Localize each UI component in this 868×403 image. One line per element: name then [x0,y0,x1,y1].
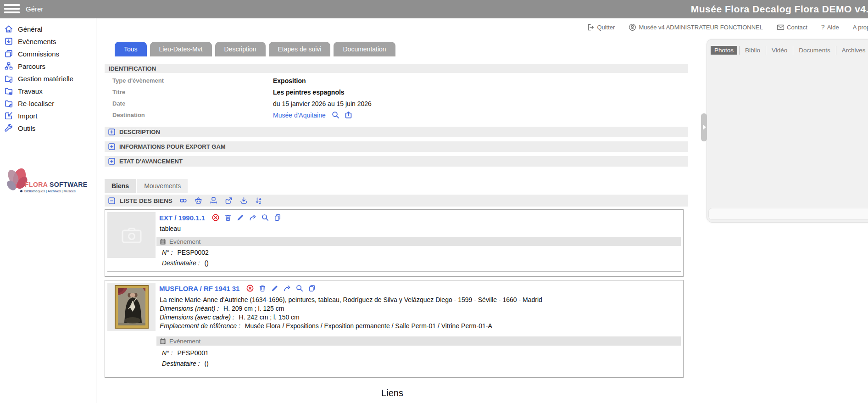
detail-value: H. 209 cm ; l. 125 cm [223,305,284,312]
tab-photos[interactable]: Photos [711,46,737,55]
record-tabs: Tous Lieu-Dates-Mvt Description Etapes d… [115,42,395,56]
current-user[interactable]: Musée v4 ADMINISTRATEUR FONCTIONNEL [629,23,763,31]
section-etat-avancement[interactable]: ETAT D'AVANCEMENT [105,156,688,167]
event-field-value: () [204,360,208,367]
sidebar-item-parcours[interactable]: Parcours [4,61,96,71]
question-mark-icon: ? [821,23,825,31]
detail-label: Dimensions (avec cadre) : [160,313,234,321]
edit-pencil-icon[interactable] [271,284,279,292]
identification-fields: Type d'évènement Exposition Titre Les pe… [105,75,688,121]
share-arrow-icon[interactable] [283,284,291,292]
tab-video[interactable]: Vidéo [766,46,793,55]
section-description[interactable]: DESCRIPTION [105,127,688,137]
search-icon[interactable] [331,111,340,119]
field-label: Destination [105,112,273,118]
record-code-link[interactable]: MUSFLORA / RF 1941 31 [159,285,239,292]
app-title: Musée Flora Decalog Flora DEMO v4.5 [691,0,868,18]
tab-documents[interactable]: Documents [793,46,835,55]
emplacement-row: Emplacement de référence : Musée Flora /… [160,322,492,330]
contact-link[interactable]: Contact [777,24,807,31]
sidebar-item-commissions[interactable]: Commissions [4,49,96,59]
field-titre: Titre Les peintres espagnols [105,86,688,98]
field-label: Titre [105,89,273,95]
field-date: Date du 15 janvier 2026 au 15 juin 2026 [105,98,688,109]
tab-etapes-de-suivi[interactable]: Etapes de suivi [269,42,331,56]
svg-text:Z: Z [259,201,261,205]
event-band: Evénement [156,237,681,246]
sidebar-item-import[interactable]: Import [4,111,96,121]
duplicate-icon[interactable] [273,213,282,222]
hamburger-menu-icon[interactable] [4,4,20,14]
help-link[interactable]: ? Aide [821,23,839,31]
share-arrow-icon[interactable] [249,213,257,222]
sidebar-item-general[interactable]: Général [4,24,96,34]
duplicate-icon[interactable] [308,284,316,292]
record-code-link[interactable]: EXT / 1990.1.1 [159,214,205,222]
manage-menu-label[interactable]: Gérer [26,0,43,18]
tab-archives[interactable]: Archives [836,46,868,55]
card-separator [107,271,681,272]
media-panel: Photos Biblio Vidéo Documents Archives [707,39,868,223]
hand-box-icon[interactable] [209,196,218,205]
panel-collapse-handle[interactable] [701,113,707,141]
expand-plus-icon[interactable] [108,143,115,150]
tab-tous[interactable]: Tous [115,42,147,56]
painting-thumbnail[interactable] [107,283,156,331]
brand-software: SOFTWARE [48,181,88,188]
quit-button[interactable]: Quitter [587,23,615,31]
link-icon[interactable] [179,196,188,205]
search-icon[interactable] [261,213,269,222]
sidebar-item-evenements[interactable]: Evènements [4,36,96,46]
basket-icon[interactable] [194,196,203,205]
tab-mouvements[interactable]: Mouvements [137,179,188,193]
about-label: A propos [853,24,868,31]
sort-az-icon[interactable]: AZ [255,196,263,205]
sidebar-item-travaux[interactable]: Travaux [4,86,96,96]
cancel-icon[interactable] [211,213,220,222]
user-label: Musée v4 ADMINISTRATEUR FONCTIONNEL [639,24,763,31]
exit-icon [587,23,595,31]
sitemap-icon [4,62,13,71]
record-actions [211,213,282,222]
tab-lieu-dates-mvt[interactable]: Lieu-Dates-Mvt [150,42,212,56]
section-export-gam[interactable]: INFORMATIONS POUR EXPORT GAM [105,141,688,152]
brand-tagline: Bibliothèques | Archives | Musées [25,189,76,193]
sidebar-item-label: Outils [18,124,35,132]
quit-label: Quitter [597,24,615,31]
field-value: Les peintres espagnols [273,89,345,96]
sidebar-item-outils[interactable]: Outils [4,123,96,133]
trash-icon[interactable] [258,284,267,292]
collapse-minus-icon[interactable] [108,197,115,204]
expand-plus-icon[interactable] [108,129,115,135]
detail-value: Musée Flora / Expositions / Exposition p… [245,322,492,330]
external-link-icon[interactable] [224,196,233,205]
tab-description[interactable]: Description [215,42,266,56]
tab-biblio[interactable]: Biblio [739,46,766,55]
destination-link[interactable]: Musée d'Aquitaine [273,112,326,119]
edit-pencil-icon[interactable] [236,213,245,222]
collapsed-sections: DESCRIPTION INFORMATIONS POUR EXPORT GAM… [105,127,688,171]
event-field-value: PESP0002 [177,249,209,256]
open-record-icon[interactable] [344,111,353,119]
brand-name: FLORA SOFTWARE [25,181,88,188]
cancel-icon[interactable] [246,284,254,292]
field-destination: Destination Musée d'Aquitaine [105,109,688,121]
designation: tableau [160,225,181,232]
search-icon[interactable] [295,284,304,292]
designation: La reine Marie-Anne d'Autriche (1634-169… [160,296,542,303]
event-box-icon [4,37,13,46]
list-title: LISTE DES BIENS [120,197,172,204]
download-icon[interactable] [239,196,248,205]
sidebar-item-gestion-materielle[interactable]: Gestion matérielle [4,73,96,84]
envelope-icon [777,24,785,31]
wrench-icon [4,123,13,133]
about-link[interactable]: A propos [853,24,868,31]
tab-biens[interactable]: Biens [105,179,136,193]
expand-plus-icon[interactable] [108,158,115,165]
sidebar-item-relocaliser[interactable]: Re-localiser [4,98,96,108]
sidebar: Général Evènements Commissions Parcours … [0,18,96,403]
section-title: DESCRIPTION [119,129,160,135]
trash-icon[interactable] [224,213,232,222]
tab-documentation[interactable]: Documentation [334,42,395,56]
photo-placeholder[interactable] [107,212,156,258]
